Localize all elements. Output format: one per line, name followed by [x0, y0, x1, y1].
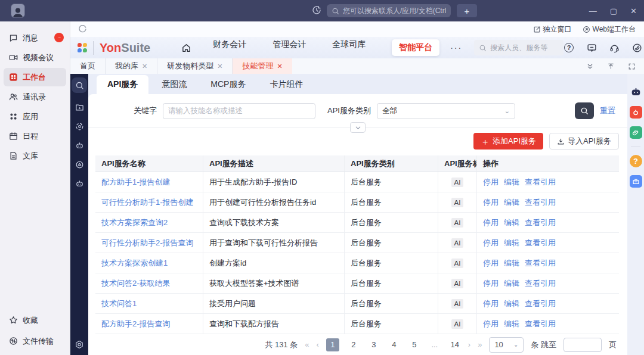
cell-name[interactable]: 技术方案探索创建1 [95, 253, 203, 273]
tab-material-type[interactable]: 研发物料类型✕ [157, 58, 233, 74]
op-disable[interactable]: 停用 [483, 298, 499, 309]
robot-2-icon[interactable] [75, 179, 84, 188]
close-button[interactable]: ✕ [630, 7, 637, 15]
sidebar-item-contacts[interactable]: 通讯录 [4, 88, 66, 106]
fullscreen-icon[interactable] [628, 63, 636, 70]
sidebar-item-workbench[interactable]: 工作台 [4, 68, 66, 86]
page-number[interactable]: 14 [449, 340, 461, 349]
history-icon[interactable] [312, 5, 321, 15]
ai-network-icon[interactable] [75, 122, 84, 131]
help-icon[interactable]: ? [564, 42, 574, 53]
import-api-service-button[interactable]: 导入API服务 [549, 133, 619, 150]
tab-card-component[interactable]: 卡片组件 [259, 75, 314, 94]
tab-skill-management[interactable]: 技能管理✕ [233, 58, 292, 74]
help-question-icon[interactable]: ? [630, 155, 642, 167]
maximize-button[interactable]: ▢ [610, 7, 617, 15]
jump-page-input[interactable] [564, 338, 602, 352]
collapse-filter-button[interactable] [350, 122, 366, 133]
op-disable[interactable]: 停用 [483, 238, 499, 248]
cell-name[interactable]: 可行性分析助手2-报告查询 [95, 233, 203, 253]
nav-more-button[interactable]: ··· [450, 43, 462, 52]
op-edit[interactable]: 编辑 [504, 197, 519, 208]
op-disable[interactable]: 停用 [483, 197, 499, 208]
new-tab-button[interactable]: + [457, 4, 477, 17]
close-tab-icon[interactable]: ✕ [217, 63, 222, 70]
op-view-references[interactable]: 查看引用 [525, 238, 556, 248]
op-disable[interactable]: 停用 [483, 278, 499, 289]
next-page-button[interactable]: › [468, 340, 470, 349]
op-view-references[interactable]: 查看引用 [525, 177, 556, 188]
global-search-input[interactable] [343, 7, 446, 15]
sidebar-item-schedule[interactable]: 日程 [4, 127, 66, 145]
category-select[interactable]: 全部 ⌄ [377, 103, 515, 119]
page-number[interactable]: 5 [408, 340, 420, 349]
sidebar-item-apps[interactable]: 应用 [4, 107, 66, 126]
op-view-references[interactable]: 查看引用 [525, 298, 556, 309]
minimize-button[interactable]: — [589, 7, 597, 15]
workspace-folder-icon[interactable] [630, 175, 642, 188]
cell-name[interactable]: 配方助手2-报告查询 [95, 314, 203, 334]
cell-name[interactable]: 配方助手1-报告创建 [95, 172, 203, 192]
op-disable[interactable]: 停用 [483, 177, 499, 188]
op-disable[interactable]: 停用 [483, 217, 499, 228]
global-search[interactable] [327, 4, 451, 17]
headset-icon[interactable] [609, 42, 620, 53]
nav-menu-management[interactable]: 管理会计 [273, 39, 306, 56]
close-tab-icon[interactable]: ✕ [277, 63, 282, 70]
sidebar-item-messages[interactable]: 消息 ··· [4, 29, 66, 47]
op-edit[interactable]: 编辑 [504, 278, 519, 289]
op-disable[interactable]: 停用 [483, 258, 499, 269]
sidebar-item-video-meeting[interactable]: 视频会议 [4, 48, 66, 67]
attachment-folder-icon[interactable] [630, 126, 642, 139]
user-avatar[interactable] [11, 4, 25, 18]
tab-home[interactable]: 首页 [70, 58, 106, 74]
robot-icon[interactable] [75, 141, 84, 150]
web-workbench-link[interactable]: Web端工作台 [583, 24, 636, 35]
workspace-icon[interactable] [631, 42, 642, 53]
cell-name[interactable]: 技术问答2-获取结果 [95, 273, 203, 293]
op-disable[interactable]: 停用 [483, 319, 499, 329]
close-tab-icon[interactable]: ✕ [142, 63, 147, 70]
nav-menu-ai-platform[interactable]: 智能平台 [392, 39, 439, 56]
tab-intent-flow[interactable]: 意图流 [151, 75, 197, 94]
last-page-button[interactable]: » [478, 340, 482, 349]
settings-gear-icon[interactable] [75, 340, 84, 349]
nav-menu-treasury[interactable]: 全球司库 [332, 39, 366, 56]
feedback-icon[interactable] [586, 42, 597, 53]
home-icon[interactable] [181, 43, 191, 53]
nav-menu-finance[interactable]: 财务会计 [213, 39, 246, 56]
tab-api-service[interactable]: API服务 [97, 75, 148, 94]
sync-icon[interactable] [75, 160, 84, 169]
op-edit[interactable]: 编辑 [504, 258, 519, 269]
assistant-robot-icon[interactable] [630, 86, 642, 98]
filter-search-button[interactable] [575, 102, 594, 119]
tab-mcp-service[interactable]: MCP服务 [200, 75, 256, 94]
op-edit[interactable]: 编辑 [504, 217, 519, 228]
page-number[interactable]: 2 [348, 340, 360, 349]
cell-name[interactable]: 可行性分析助手1-报告创建 [95, 192, 203, 212]
sidebar-item-favorites[interactable]: 收藏 [4, 311, 66, 329]
op-edit[interactable]: 编辑 [504, 298, 519, 309]
app-shortcut-icon[interactable] [630, 106, 642, 119]
favorite-folder-icon[interactable] [75, 102, 84, 112]
nav-search[interactable] [474, 40, 564, 55]
rail-search-button[interactable] [72, 77, 87, 93]
page-number[interactable]: 1 [326, 338, 339, 351]
page-number[interactable]: 3 [368, 340, 380, 349]
keyword-input[interactable] [163, 103, 315, 119]
refresh-icon[interactable] [79, 25, 87, 33]
standalone-window-link[interactable]: 独立窗口 [533, 24, 572, 35]
cell-name[interactable]: 技术问答1 [95, 294, 203, 313]
tab-list-chevrons-icon[interactable] [586, 63, 594, 70]
op-view-references[interactable]: 查看引用 [525, 217, 556, 228]
op-view-references[interactable]: 查看引用 [525, 278, 556, 289]
op-edit[interactable]: 编辑 [504, 238, 519, 248]
cell-name[interactable]: 技术方案探索查询2 [95, 213, 203, 232]
first-page-button[interactable]: « [305, 340, 309, 349]
tab-my-library[interactable]: 我的库✕ [106, 58, 157, 74]
reset-button[interactable]: 重置 [600, 105, 615, 116]
page-number[interactable]: 4 [388, 340, 400, 349]
pin-top-icon[interactable] [607, 63, 615, 70]
add-api-service-button[interactable]: ＋ 添加API服务 [473, 133, 543, 150]
nav-search-input[interactable] [490, 43, 559, 52]
